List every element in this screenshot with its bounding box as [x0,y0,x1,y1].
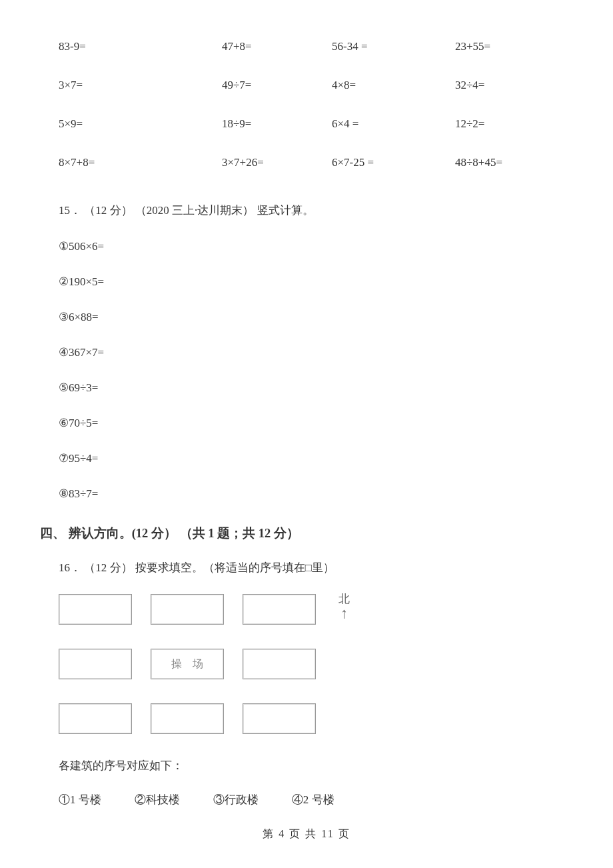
vertical-calc-item: ⑧83÷7= [59,487,573,501]
question-15-items: ①506×6= ②190×5= ③6×88= ④367×7= ⑤69÷3= ⑥7… [59,239,573,501]
math-expr: 18÷9= [209,117,332,131]
math-expr: 8×7+8= [59,156,209,169]
math-expr: 32÷4= [448,79,548,92]
map-box-sw[interactable] [59,703,132,734]
map-box-n[interactable] [151,594,224,625]
map-box-w[interactable] [59,649,132,679]
map-box-ne[interactable] [243,594,316,625]
vertical-calc-item: ②190×5= [59,275,573,289]
map-box-se[interactable] [243,703,316,734]
legend-item: ④2 号楼 [292,792,334,807]
math-expr: 4×8= [332,79,448,92]
math-expr: 49÷7= [209,79,332,92]
math-expr: 83-9= [59,40,209,53]
vertical-calc-item: ⑤69÷3= [59,381,573,395]
math-expr: 6×7-25 = [332,156,448,169]
map-box-center: 操场 [151,649,224,679]
direction-map: 操场 北 ↑ [59,594,573,734]
question-16-header: 16． （12 分） 按要求填空。（将适当的序号填在□里） [59,560,573,575]
legend-item: ③行政楼 [213,792,259,807]
math-expr: 5×9= [59,117,209,131]
question-15-header: 15． （12 分） （2020 三上·达川期末） 竖式计算。 [59,203,573,218]
math-expr: 23+55= [448,40,548,53]
math-expr: 12÷2= [448,117,548,131]
legend-items: ①1 号楼 ②科技楼 ③行政楼 ④2 号楼 [59,792,573,807]
legend-item: ①1 号楼 [59,792,101,807]
legend-item: ②科技楼 [135,792,180,807]
vertical-calc-item: ④367×7= [59,345,573,359]
math-expr: 6×4 = [332,117,448,131]
north-indicator: 北 ↑ [338,591,350,620]
legend-title: 各建筑的序号对应如下： [59,758,573,773]
vertical-calc-item: ⑥70÷5= [59,416,573,430]
section-4-header: 四、 辨认方向。(12 分） （共 1 题；共 12 分） [40,525,573,541]
page-footer: 第 4 页 共 11 页 [0,827,613,841]
math-expr: 48÷8+45= [448,156,548,169]
vertical-calc-item: ③6×88= [59,310,573,324]
mental-math-grid: 83-9= 47+8= 56-34 = 23+55= 3×7= 49÷7= 4×… [59,40,573,169]
math-expr: 3×7+26= [209,156,332,169]
map-grid: 操场 [59,594,573,734]
math-expr: 47+8= [209,40,332,53]
map-box-s[interactable] [151,703,224,734]
vertical-calc-item: ①506×6= [59,239,573,253]
north-arrow-icon: ↑ [338,607,350,620]
map-box-nw[interactable] [59,594,132,625]
math-expr: 3×7= [59,79,209,92]
math-expr: 56-34 = [332,40,448,53]
vertical-calc-item: ⑦95÷4= [59,451,573,465]
map-box-e[interactable] [243,649,316,679]
